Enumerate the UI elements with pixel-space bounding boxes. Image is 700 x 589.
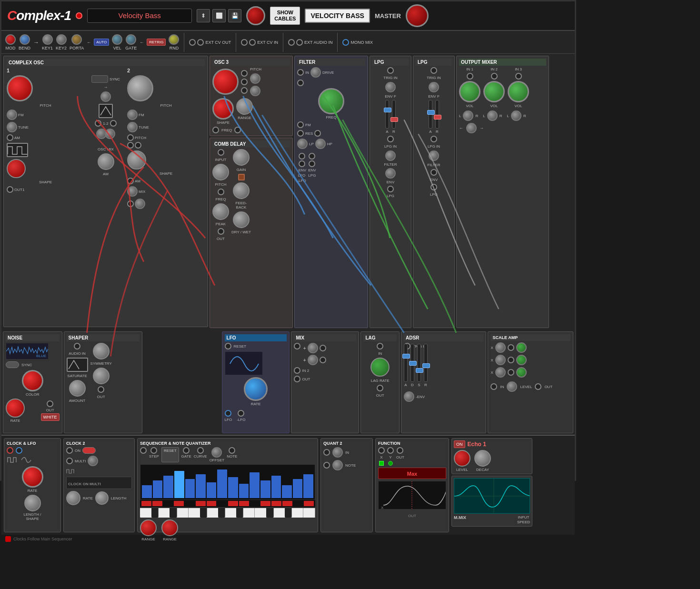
osc-mix-knob2[interactable] [105,129,115,139]
filter-lp-knob[interactable] [297,139,308,149]
osc3-port2[interactable] [241,79,248,85]
sync-toggle[interactable] [91,75,108,83]
osc2-tune-knob[interactable] [127,122,138,132]
noise-color-knob[interactable] [22,370,43,391]
piano-keyboard[interactable] [140,508,315,518]
noise-out-port[interactable] [47,400,53,407]
filter-port3[interactable] [314,130,321,137]
scale-amp-in2[interactable] [516,355,527,365]
filter-freq-knob[interactable] [318,88,344,114]
func-y-port[interactable] [387,447,394,454]
lpg1-filter-knob[interactable] [385,150,396,161]
auto-btn[interactable]: AUTO [94,39,109,46]
clock2-port2[interactable] [66,458,73,464]
lpg1-env-port[interactable] [385,168,396,179]
echo1-level-knob[interactable] [454,450,470,467]
osc1-out1-port[interactable] [7,186,13,193]
lpg1-in-port[interactable] [387,136,394,142]
osc12-port[interactable] [95,120,101,127]
quant2-in-port[interactable] [323,449,330,456]
filter-env-port2[interactable] [309,153,315,160]
out-mix-in2-port[interactable] [491,73,498,80]
show-cables-btn[interactable]: SHOW CABLES [270,7,300,25]
comb-out-port[interactable] [218,228,224,235]
osc2-fm-port2[interactable] [135,142,141,149]
seq-curve-port[interactable] [197,447,204,454]
power-led[interactable] [76,12,82,19]
clock2-on-toggle[interactable] [82,447,96,454]
scale-amp-port1[interactable] [508,344,514,351]
seq-step-port[interactable] [150,447,157,454]
osc2-fm-port[interactable] [127,142,134,149]
lfo-out-port[interactable] [225,410,231,417]
lfo-reset-port[interactable] [225,343,231,349]
bend-knob[interactable] [20,34,30,45]
filter-env-port[interactable] [299,153,305,160]
osc3-port1[interactable] [241,70,248,77]
filter-port2[interactable] [297,80,304,86]
lpg1-lpg-port[interactable] [387,186,394,192]
mix-in2-port[interactable] [294,367,300,374]
mix-knob1[interactable] [308,343,318,353]
scale-amp-level-knob[interactable] [507,381,517,392]
filter-drive-knob[interactable] [310,67,321,78]
comb-feedback-knob[interactable] [233,182,250,199]
ext-cv-out-port2[interactable] [197,39,204,46]
mix-knob2[interactable] [308,355,318,365]
lpg2-filter-knob[interactable] [429,150,439,161]
pitch-pitch-knob[interactable] [100,91,111,102]
lfo-rate-knob[interactable] [244,377,268,401]
osc3-out-port[interactable] [234,127,241,133]
nav-right-btn[interactable]: 💾 [228,9,241,22]
osc1-pitch-knob[interactable] [7,75,33,101]
lpg1-trig-port[interactable] [387,67,394,74]
seq-reset-btn[interactable]: RESET [161,447,179,462]
filter-lpg-port[interactable] [299,160,305,167]
clock2-multi-knob[interactable] [88,456,98,466]
quant2-knob1[interactable] [332,447,343,458]
lpg1-env-knob[interactable] [385,82,396,92]
out-lr3-knob[interactable] [511,110,521,121]
scale-amp-out-port[interactable] [535,383,541,390]
shaper-out-knob[interactable] [93,368,110,384]
gate-knob[interactable] [126,34,136,45]
lpg2-in-port[interactable] [430,136,437,142]
clock-lfo-rate-knob[interactable] [22,466,43,488]
echo1-decay-knob[interactable] [474,450,491,467]
scale-amp-in3[interactable] [516,367,527,378]
osc3-pitch-main-knob[interactable] [212,69,239,95]
osc1-shape-knob[interactable] [7,159,26,178]
osc2-pitch-knob[interactable] [127,75,153,101]
am-knob[interactable] [98,153,114,170]
out-mix-in1-port[interactable] [467,73,473,80]
noise-sync-toggle[interactable] [6,361,19,368]
osc2-am-port[interactable] [127,178,134,184]
out-pan-knob[interactable] [466,123,477,133]
scale-amp-x2[interactable] [495,355,506,365]
comb-gain-knob[interactable] [233,149,250,166]
lag-out-port[interactable] [377,385,383,391]
ext-audio-in-port2[interactable] [296,39,303,46]
mix-knob[interactable] [127,186,138,197]
osc3-osc-knob[interactable] [250,86,260,96]
osc2-shape-knob[interactable] [127,150,146,170]
mod-knob[interactable] [5,34,16,45]
out-lr1-knob[interactable] [463,110,473,121]
lag-rate-knob[interactable] [370,358,390,377]
filter-in-port[interactable] [297,69,304,76]
comb-pitch-knob[interactable] [212,164,229,180]
clock2-length-knob[interactable] [95,491,109,505]
rnd-knob[interactable] [169,34,179,45]
clock2-rate-knob[interactable] [66,491,80,505]
main-knob[interactable] [246,6,265,25]
mix-port1[interactable] [294,343,300,349]
func-x-port[interactable] [378,447,385,454]
osc3-shape-knob[interactable] [250,73,260,84]
clock-lfo-port1[interactable] [7,447,13,454]
filter-fm-port[interactable] [297,121,304,128]
vel-knob[interactable] [112,34,122,45]
out-mix-vol1-knob[interactable] [459,81,480,102]
out-mix-vol2-knob[interactable] [483,81,505,102]
scale-amp-port3[interactable] [508,369,514,376]
osc1-fm-knob[interactable] [7,110,17,120]
